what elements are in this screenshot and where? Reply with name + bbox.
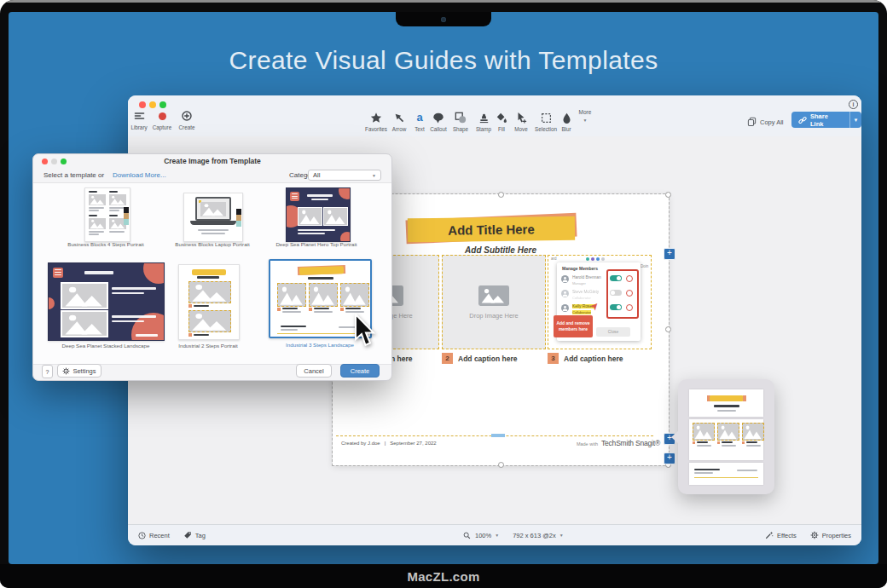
chevron-down-icon: ▼ xyxy=(372,173,376,178)
resize-handle-bottom[interactable] xyxy=(498,462,504,468)
template-preview-popover xyxy=(678,379,774,494)
resize-handle-top[interactable] xyxy=(498,192,504,198)
chevron-down-icon: ▼ xyxy=(854,118,859,123)
capture-button[interactable]: Capture xyxy=(149,110,175,130)
dialog-titlebar: Create Image from Template xyxy=(33,154,391,169)
gear-icon xyxy=(62,367,70,375)
text-tool-icon: a xyxy=(416,112,422,124)
create-confirm-button[interactable]: Create xyxy=(340,364,380,378)
date-text: September 27, 2022 xyxy=(390,441,436,446)
close-window-button[interactable] xyxy=(139,101,146,108)
member-row: Harold Brennan Manager xyxy=(561,274,608,287)
chevron-down-icon: ▼ xyxy=(495,533,499,538)
preview-steps-section xyxy=(689,419,763,460)
cancel-button[interactable]: Cancel xyxy=(296,364,332,378)
copy-all-button[interactable]: Copy All xyxy=(747,117,784,127)
info-button[interactable]: i xyxy=(849,100,858,109)
bezel-top-edge xyxy=(0,0,887,3)
footer-selection-tick xyxy=(491,434,505,437)
member-row: Steve McGinty Collaborator xyxy=(561,289,608,302)
hero-title: Create Visual Guides with Templates xyxy=(0,46,887,75)
shape-icon xyxy=(455,112,467,124)
minimize-window-button[interactable] xyxy=(149,101,156,108)
minimize-dialog-button[interactable] xyxy=(51,159,57,164)
share-link-button[interactable]: Share Link xyxy=(791,112,849,128)
close-button-mock: Close xyxy=(596,327,630,337)
resize-handle-right[interactable] xyxy=(665,326,671,332)
caption-3[interactable]: 3 Add caption here xyxy=(548,353,623,364)
close-dialog-button[interactable] xyxy=(42,159,48,164)
avatar-icon xyxy=(561,304,569,312)
recent-button[interactable]: Recent xyxy=(138,532,170,539)
chevron-down-icon: ▼ xyxy=(583,118,588,123)
create-button[interactable]: Create xyxy=(174,110,200,130)
library-icon xyxy=(134,110,145,122)
avatar-icon xyxy=(561,275,569,283)
library-button[interactable]: Library xyxy=(126,110,152,130)
help-button[interactable]: ? xyxy=(42,365,53,378)
add-section-button[interactable]: + xyxy=(664,453,675,464)
resize-handle-top-right[interactable] xyxy=(665,192,671,198)
link-icon xyxy=(798,116,807,124)
create-template-dialog: Create Image from Template Select a temp… xyxy=(32,153,392,381)
created-by-text: Created by J.doe xyxy=(341,441,380,446)
screenshot-panel[interactable]: ard Doin Manage Members Harold Brennan M… xyxy=(548,255,652,349)
chevron-down-icon: ▼ xyxy=(559,533,564,538)
drop-zone-2[interactable]: Drop Image Here xyxy=(442,255,546,349)
share-link-dropdown-button[interactable]: ▼ xyxy=(849,112,861,128)
camera-notch xyxy=(396,12,491,26)
magnifier-icon xyxy=(463,532,471,539)
avatar-icon xyxy=(561,290,569,297)
zoom-window-button[interactable] xyxy=(159,101,166,108)
red-annotation-box xyxy=(606,269,639,319)
caption-2[interactable]: 2 Add caption here xyxy=(442,353,517,364)
preview-title-section xyxy=(689,389,763,417)
blur-droplet-icon xyxy=(562,112,571,124)
zoom-dialog-button[interactable] xyxy=(61,159,67,164)
template-thumb-business-4steps[interactable] xyxy=(84,187,130,242)
category-select[interactable]: All ▼ xyxy=(308,170,381,181)
snagit-logo: TechSmith Snagit® xyxy=(601,439,660,447)
template-thumb-deepsea-stacked[interactable] xyxy=(48,262,165,341)
tool-more[interactable]: More ▼ xyxy=(571,109,600,123)
wand-icon xyxy=(765,531,774,539)
template-thumb-business-laptop[interactable] xyxy=(183,193,243,242)
dialog-footer: ? Settings Cancel Create xyxy=(33,361,391,380)
template-grid: Business Blocks 4 Steps Portrait Busines… xyxy=(33,182,391,365)
arrow-icon xyxy=(394,112,405,124)
laptop-bottom-bezel: MacZL.com xyxy=(0,564,887,588)
effects-button[interactable]: Effects xyxy=(765,531,797,539)
template-thumb-industrial-2steps[interactable] xyxy=(178,264,240,340)
prompt-text: Select a template or xyxy=(43,171,104,179)
move-cursor-icon xyxy=(515,112,527,124)
template-thumb-deepsea-hero[interactable] xyxy=(286,187,351,242)
capture-icon xyxy=(159,110,166,122)
settings-button[interactable]: Settings xyxy=(57,364,101,378)
download-more-link[interactable]: Download More... xyxy=(113,171,166,179)
share-link-button-group: Share Link ▼ xyxy=(791,112,861,128)
editor-toolbar: Library Capture Create Favorites Arrow xyxy=(128,95,861,137)
gear-icon xyxy=(810,531,819,539)
tag-icon xyxy=(183,531,192,539)
laptop-frame: Create Visual Guides with Templates Libr… xyxy=(0,0,887,588)
webcam-icon xyxy=(441,17,446,22)
properties-button[interactable]: Properties xyxy=(810,531,851,539)
dialog-title: Create Image from Template xyxy=(33,154,391,169)
manage-members-mock: ard Doin Manage Members Harold Brennan M… xyxy=(548,256,651,349)
fill-icon xyxy=(496,112,507,124)
red-callout: Add and remove members here xyxy=(554,315,593,337)
watermark-text: MacZL.com xyxy=(407,569,479,584)
editor-statusbar: Recent Tag 100%▼ 792 x 613 @2x▼ Effects xyxy=(128,524,861,545)
copy-icon xyxy=(747,117,757,127)
title-banner[interactable]: Add Title Here xyxy=(408,216,575,243)
tag-button[interactable]: Tag xyxy=(183,531,206,539)
dialog-subheader: Select a template or Download More... Ca… xyxy=(33,169,391,182)
star-icon xyxy=(370,112,382,124)
selection-icon xyxy=(541,112,552,124)
mouse-cursor-icon xyxy=(353,314,379,348)
canvas-size-select[interactable]: 792 x 613 @2x▼ xyxy=(513,532,564,539)
image-placeholder-icon xyxy=(478,285,509,306)
add-section-button[interactable]: + xyxy=(664,248,675,260)
zoom-select[interactable]: 100%▼ xyxy=(475,532,499,539)
clock-icon xyxy=(138,532,146,539)
